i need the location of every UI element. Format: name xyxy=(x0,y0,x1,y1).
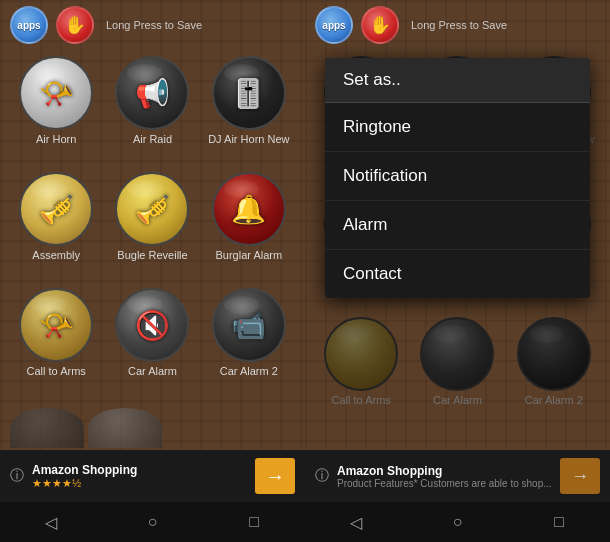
r-car-alarm-2-icon xyxy=(517,317,591,391)
left-ad-title: Amazon Shopping xyxy=(32,463,247,477)
context-menu-item-alarm[interactable]: Alarm xyxy=(325,201,590,250)
car-alarm-2-icon: 📹 xyxy=(212,288,286,362)
car-alarm-icon: 🔇 xyxy=(115,288,189,362)
sound-item-dj-air-horn[interactable]: 🎚️ DJ Air Horn New xyxy=(203,56,295,168)
air-raid-label: Air Raid xyxy=(133,133,172,145)
air-horn-label: Air Horn xyxy=(36,133,76,145)
bugle-icon: 🎺 xyxy=(115,172,189,246)
right-ad-arrow[interactable]: → xyxy=(560,458,600,494)
right-ad-desc: Product Features* Customers are able to … xyxy=(337,478,552,489)
left-ad-content: Amazon Shopping ★★★★½ xyxy=(32,463,247,490)
context-menu-item-notification[interactable]: Notification xyxy=(325,152,590,201)
left-ad-bar: ⓘ Amazon Shopping ★★★★½ → xyxy=(0,450,305,502)
sound-item-air-horn[interactable]: 📯 Air Horn xyxy=(10,56,102,168)
long-press-label-left: Long Press to Save xyxy=(106,19,202,31)
recent-button-left[interactable]: □ xyxy=(229,507,279,537)
sound-item-assembly[interactable]: 🎺 Assembly xyxy=(10,172,102,284)
right-top-bar: apps ✋ Long Press to Save xyxy=(305,0,610,50)
stop-button-left[interactable]: ✋ xyxy=(56,6,94,44)
right-nav-bar: ◁ ○ □ xyxy=(305,502,610,542)
back-button-left[interactable]: ◁ xyxy=(26,507,76,537)
air-horn-icon: 📯 xyxy=(19,56,93,130)
left-ad-stars: ★★★★½ xyxy=(32,477,247,490)
call-to-arms-label: Call to Arms xyxy=(27,365,86,377)
ad-info-icon-left: ⓘ xyxy=(10,467,24,485)
left-sounds-grid: 📯 Air Horn 📢 Air Raid 🎚️ DJ Air Horn New… xyxy=(0,50,305,406)
bugle-label: Bugle Reveille xyxy=(117,249,187,261)
right-ad-bar: ⓘ Amazon Shopping Product Features* Cust… xyxy=(305,450,610,502)
dj-air-horn-label: DJ Air Horn New xyxy=(208,133,289,145)
left-ad-arrow[interactable]: → xyxy=(255,458,295,494)
apps-button-left[interactable]: apps xyxy=(10,6,48,44)
assembly-label: Assembly xyxy=(32,249,80,261)
sound-item-burglar[interactable]: 🔔 Burglar Alarm xyxy=(203,172,295,284)
stop-button-right[interactable]: ✋ xyxy=(361,6,399,44)
right-ad-title: Amazon Shopping xyxy=(337,464,552,478)
r-sound-call-arms: Call to Arms xyxy=(315,317,407,444)
sound-item-car-alarm-2[interactable]: 📹 Car Alarm 2 xyxy=(203,288,295,400)
long-press-label-right: Long Press to Save xyxy=(411,19,507,31)
assembly-icon: 🎺 xyxy=(19,172,93,246)
right-ad-content: Amazon Shopping Product Features* Custom… xyxy=(337,464,552,489)
r-sound-car-alarm: Car Alarm xyxy=(411,317,503,444)
left-nav-bar: ◁ ○ □ xyxy=(0,502,305,542)
apps-button-right[interactable]: apps xyxy=(315,6,353,44)
recent-button-right[interactable]: □ xyxy=(534,507,584,537)
call-to-arms-icon: 📯 xyxy=(19,288,93,362)
context-menu-item-ringtone[interactable]: Ringtone xyxy=(325,103,590,152)
burglar-icon: 🔔 xyxy=(212,172,286,246)
context-menu-item-contact[interactable]: Contact xyxy=(325,250,590,298)
r-call-arms-icon xyxy=(324,317,398,391)
left-phone-panel: apps ✋ Long Press to Save 📯 Air Horn 📢 A… xyxy=(0,0,305,542)
air-raid-icon: 📢 xyxy=(115,56,189,130)
ad-info-icon-right: ⓘ xyxy=(315,467,329,485)
context-menu-header: Set as.. xyxy=(325,58,590,103)
burglar-label: Burglar Alarm xyxy=(216,249,283,261)
sound-item-air-raid[interactable]: 📢 Air Raid xyxy=(106,56,198,168)
dj-air-horn-icon: 🎚️ xyxy=(212,56,286,130)
sound-item-bugle[interactable]: 🎺 Bugle Reveille xyxy=(106,172,198,284)
sound-item-call-to-arms[interactable]: 📯 Call to Arms xyxy=(10,288,102,400)
r-sound-car-alarm-2: Car Alarm 2 xyxy=(508,317,600,444)
left-top-bar: apps ✋ Long Press to Save xyxy=(0,0,305,50)
home-button-right[interactable]: ○ xyxy=(432,507,482,537)
r-car-alarm-icon xyxy=(420,317,494,391)
sound-item-car-alarm[interactable]: 🔇 Car Alarm xyxy=(106,288,198,400)
car-alarm-2-label: Car Alarm 2 xyxy=(220,365,278,377)
context-menu: Set as.. Ringtone Notification Alarm Con… xyxy=(325,58,590,298)
car-alarm-label: Car Alarm xyxy=(128,365,177,377)
right-phone-panel: apps ✋ Long Press to Save Air Horn Air R… xyxy=(305,0,610,542)
home-button-left[interactable]: ○ xyxy=(127,507,177,537)
back-button-right[interactable]: ◁ xyxy=(331,507,381,537)
